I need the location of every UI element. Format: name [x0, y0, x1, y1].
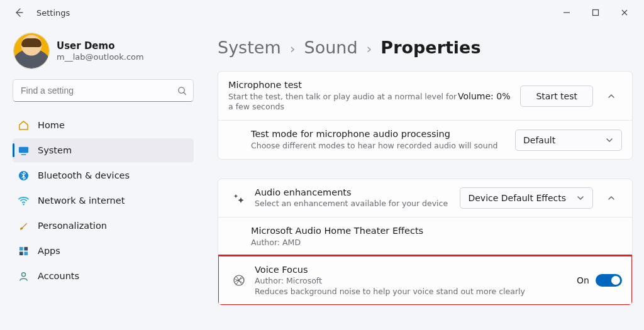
nav-list: Home System Bluetooth & devices Network …: [13, 113, 194, 288]
nav-label: Network & internet: [38, 195, 125, 206]
user-profile[interactable]: User Demo m__lab@outlook.com: [13, 31, 194, 75]
vf-title: Voice Focus: [255, 264, 577, 277]
mic-volume-label: Volume: 0%: [458, 91, 510, 101]
enh-item-voice-focus: Voice Focus Author: Microsoft Reduces ba…: [218, 256, 632, 305]
mic-mode-select[interactable]: Default: [515, 129, 622, 151]
breadcrumb-properties: Properties: [380, 38, 480, 57]
breadcrumb-sound[interactable]: Sound: [304, 38, 358, 57]
mic-mode-sub: Choose different modes to hear how recor…: [251, 141, 515, 151]
vf-sub: Reduces background noise to help your vo…: [255, 287, 577, 297]
system-icon: [18, 145, 29, 156]
svg-rect-9: [24, 251, 28, 255]
nav-accounts[interactable]: Accounts: [13, 264, 194, 288]
nav-label: System: [38, 145, 72, 155]
close-button[interactable]: [618, 6, 631, 19]
start-test-label: Start test: [536, 91, 577, 101]
svg-rect-8: [19, 251, 23, 255]
home-icon: [18, 119, 29, 131]
enh-item-author: Author: AMD: [251, 238, 622, 248]
vf-author: Author: Microsoft: [255, 276, 577, 287]
enh-sub: Select an enhancement available for your…: [255, 199, 460, 209]
collapse-button[interactable]: [601, 85, 622, 107]
vf-toggle[interactable]: [596, 274, 622, 287]
chevron-down-icon: [605, 136, 614, 145]
nav-label: Bluetooth & devices: [38, 170, 130, 180]
enhancements-group: Audio enhancements Select an enhancement…: [218, 179, 633, 305]
window-controls: [560, 6, 640, 19]
minimize-button[interactable]: [560, 6, 574, 19]
svg-rect-2: [18, 146, 28, 152]
svg-rect-3: [21, 154, 26, 155]
voice-focus-icon: [228, 274, 250, 287]
main-content: System › Sound › Properties Microphone t…: [203, 25, 644, 305]
nav-label: Accounts: [38, 271, 79, 281]
mic-test-sub: Start the test, then talk or play audio …: [228, 92, 458, 113]
apps-icon: [18, 245, 29, 256]
search-icon: [177, 86, 187, 96]
mic-test-group: Microphone test Start the test, then tal…: [218, 71, 633, 160]
maximize-button[interactable]: [589, 6, 602, 19]
brush-icon: [18, 220, 29, 231]
nav-label: Home: [38, 120, 65, 130]
nav-system[interactable]: System: [13, 138, 194, 162]
mic-test-row: Microphone test Start the test, then tal…: [218, 72, 632, 120]
titlebar: Settings: [0, 0, 644, 25]
back-button[interactable]: [10, 4, 28, 21]
nav-label: Personalization: [38, 221, 107, 231]
enh-item-title: Microsoft Audio Home Theater Effects: [251, 225, 622, 238]
nav-personalization[interactable]: Personalization: [13, 214, 194, 238]
chevron-right-icon: ›: [290, 41, 296, 57]
accounts-icon: [18, 270, 29, 282]
sparkle-icon: [228, 192, 250, 204]
collapse-button[interactable]: [601, 187, 622, 209]
mic-test-title: Microphone test: [228, 79, 458, 92]
nav-apps[interactable]: Apps: [13, 239, 194, 263]
svg-point-1: [179, 87, 184, 92]
svg-rect-7: [24, 246, 28, 250]
window-title: Settings: [36, 8, 70, 18]
user-email: m__lab@outlook.com: [57, 52, 144, 62]
enh-title: Audio enhancements: [255, 187, 460, 199]
start-test-button[interactable]: Start test: [520, 85, 593, 107]
search-box[interactable]: [13, 79, 194, 102]
mic-mode-row: Test mode for microphone audio processin…: [218, 120, 632, 158]
svg-rect-0: [593, 10, 599, 16]
breadcrumb-system[interactable]: System: [218, 38, 281, 57]
nav-network[interactable]: Network & internet: [13, 189, 194, 212]
avatar: [14, 33, 49, 69]
mic-mode-title: Test mode for microphone audio processin…: [251, 128, 515, 141]
nav-label: Apps: [38, 246, 60, 256]
svg-point-5: [23, 203, 24, 204]
mic-mode-value: Default: [523, 135, 555, 145]
enhancements-header-row: Audio enhancements Select an enhancement…: [218, 179, 632, 217]
wifi-icon: [18, 195, 29, 206]
vf-state-label: On: [577, 275, 589, 285]
bluetooth-icon: [18, 170, 29, 181]
enh-item-home-theater[interactable]: Microsoft Audio Home Theater Effects Aut…: [218, 217, 632, 255]
enh-select[interactable]: Device Default Effects: [460, 187, 593, 209]
svg-point-10: [21, 272, 25, 276]
nav-bluetooth[interactable]: Bluetooth & devices: [13, 163, 194, 187]
breadcrumb: System › Sound › Properties: [218, 38, 633, 57]
nav-home[interactable]: Home: [13, 113, 194, 137]
search-input[interactable]: [19, 85, 177, 96]
chevron-down-icon: [576, 194, 585, 202]
sidebar: User Demo m__lab@outlook.com Home System…: [0, 25, 203, 305]
chevron-right-icon: ›: [367, 41, 372, 57]
svg-rect-6: [19, 246, 23, 250]
enh-value: Device Default Effects: [468, 193, 566, 203]
user-name: User Demo: [57, 40, 144, 52]
